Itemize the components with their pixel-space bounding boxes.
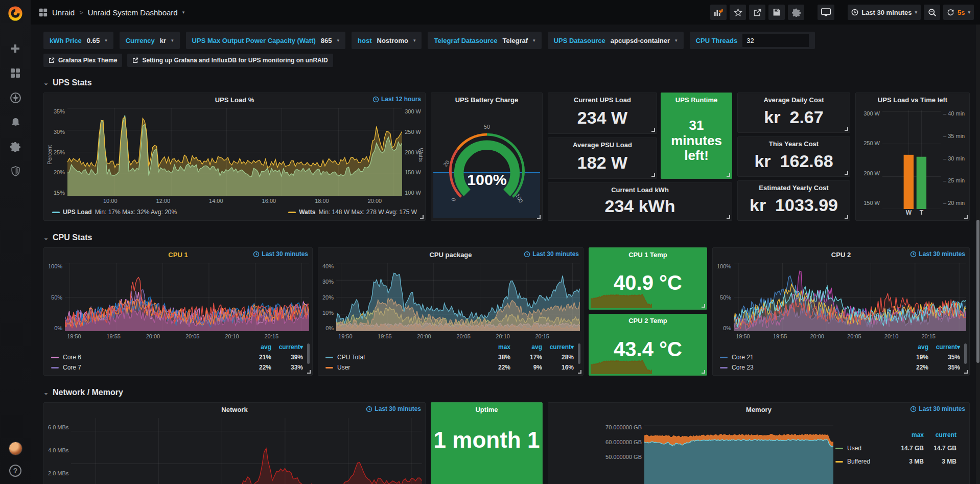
panel-title[interactable]: CPU 2 Temp [628, 317, 667, 325]
panel-title[interactable]: Network [221, 406, 247, 413]
legend-col-header-sorted[interactable]: current▾ [928, 343, 960, 351]
panel-ups-runtime[interactable]: UPS Runtime 31 minutes left! [661, 93, 732, 179]
time-range-picker[interactable]: Last 30 minutes ▾ [848, 5, 921, 20]
cpu1-chart[interactable] [65, 263, 309, 331]
grafana-logo-icon[interactable] [7, 5, 24, 22]
breadcrumb[interactable]: Unraid > Unraid System Dashboard ▾ [39, 8, 184, 17]
variable-currency[interactable]: Currencykr▾ [120, 32, 180, 49]
server-admin-icon[interactable] [10, 166, 21, 177]
panel-time-override[interactable]: Last 30 minutes [253, 250, 308, 258]
legend-col-header[interactable]: avg [897, 343, 928, 351]
legend-scrollbar[interactable] [307, 343, 310, 364]
panel-average-psu-load[interactable]: Average PSU Load 182 W [548, 137, 657, 179]
panel-title[interactable]: Average Daily Cost [763, 96, 824, 104]
network-chart[interactable] [71, 418, 422, 484]
panel-ups-load[interactable]: UPS Load % Last 12 hours Percent 35%30%2… [43, 93, 426, 221]
panel-title[interactable]: This Years Cost [769, 140, 819, 148]
share-button[interactable] [749, 5, 765, 20]
panel-time-override[interactable]: Last 12 hours [372, 96, 421, 103]
panel-cpu1[interactable]: CPU 1 Last 30 minutes 100%50%0% 19:5019:… [43, 247, 313, 376]
panel-title[interactable]: CPU package [429, 251, 472, 259]
legend-col-header[interactable]: max [891, 431, 924, 439]
panel-title[interactable]: UPS Load vs Time left [878, 96, 947, 104]
page-title[interactable]: Unraid System Dashboard [88, 8, 178, 17]
legend-row[interactable]: User22%9%16% [325, 364, 574, 371]
legend-col-header[interactable]: avg [510, 343, 542, 351]
legend-item[interactable]: UPS LoadMin: 17% Max: 32% Avg: 20% [52, 209, 177, 216]
panel-network[interactable]: Network Last 30 minutes 6.0 MBs4.0 MBs2.… [43, 402, 426, 484]
legend-row[interactable]: CPU Total38%17%28% [325, 354, 574, 361]
panel-ups-load-vs-time-left[interactable]: UPS Load vs Time left 300 W250 W200 W150… [855, 93, 970, 221]
panel-average-daily-cost[interactable]: Average Daily Cost kr2.67 [737, 93, 850, 133]
panel-cpu-package[interactable]: CPU package Last 30 minutes 40%30%20%10%… [318, 247, 584, 376]
panel-title[interactable]: Current UPS Load [574, 96, 631, 104]
page-scrollbar-thumb[interactable] [976, 220, 979, 363]
panel-this-years-cost[interactable]: This Years Cost kr162.68 [737, 136, 850, 177]
help-icon[interactable]: ? [9, 465, 21, 477]
legend-row[interactable]: Core 2119%35% [720, 354, 960, 361]
create-icon[interactable] [10, 43, 21, 54]
legend-scrollbar[interactable] [964, 343, 967, 364]
cpu-threads-input[interactable] [742, 34, 809, 47]
section-cpu-stats[interactable]: ⌄CPU Stats [43, 233, 970, 242]
panel-title[interactable]: Uptime [475, 406, 498, 413]
panel-cpu2-temp[interactable]: CPU 2 Temp 43.4 °C [589, 314, 707, 376]
panel-current-ups-load[interactable]: Current UPS Load 234 W [548, 93, 657, 134]
legend-item[interactable]: WattsMin: 148 W Max: 278 W Avg: 175 W [288, 209, 417, 216]
alerting-icon[interactable] [10, 117, 21, 128]
page-scrollbar[interactable] [976, 25, 980, 484]
panel-estimated-yearly-cost[interactable]: Estimated Yearly Cost kr1033.99 [737, 180, 850, 221]
panel-current-load-kwh[interactable]: Current Load kWh 234 kWh [548, 182, 732, 221]
panel-title[interactable]: CPU 1 [168, 251, 188, 259]
panel-uptime[interactable]: Uptime 1 month 1 [431, 402, 543, 484]
ups-load-chart[interactable] [67, 108, 402, 196]
variable-telegraf-datasource[interactable]: Telegraf DatasourceTelegraf▾ [428, 32, 541, 49]
variable-ups-datasource[interactable]: UPS Datasourceapcupsd-container▾ [548, 32, 684, 49]
dashboards-icon[interactable] [10, 67, 21, 79]
legend-row[interactable]: Used14.7 GB14.7 GB [835, 445, 956, 452]
link-ups-monitoring-guide[interactable]: Setting up Grafana and InfluxDB for UPS … [127, 54, 333, 67]
legend-row[interactable]: Core 2322%35% [720, 364, 960, 371]
legend-col-header[interactable]: current [924, 431, 956, 439]
legend-row[interactable]: Buffered3 MB3 MB [835, 458, 956, 465]
star-button[interactable] [730, 5, 746, 20]
breadcrumb-app[interactable]: Unraid [52, 8, 75, 17]
panel-title[interactable]: CPU 1 Temp [628, 251, 667, 259]
variable-host[interactable]: hostNostromo▾ [352, 32, 422, 49]
panel-title[interactable]: UPS Runtime [675, 96, 717, 104]
explore-icon[interactable] [10, 92, 21, 103]
add-panel-button[interactable] [710, 5, 727, 20]
panel-title[interactable]: UPS Battery Charge [455, 96, 519, 104]
load-vs-time-chart[interactable] [882, 110, 941, 209]
panel-title[interactable]: UPS Load % [215, 96, 254, 104]
legend-row[interactable]: Core 621%39% [51, 354, 303, 361]
panel-time-override[interactable]: Last 30 minutes [910, 250, 965, 258]
panel-cpu1-temp[interactable]: CPU 1 Temp 40.9 °C [589, 247, 707, 310]
save-button[interactable] [768, 5, 785, 20]
legend-row[interactable]: Core 722%33% [51, 364, 303, 371]
zoom-out-button[interactable] [924, 5, 940, 20]
panel-ups-battery-charge[interactable]: UPS Battery Charge 0 20 50 100 100% [431, 93, 543, 221]
section-network-memory[interactable]: ⌄Network / Memory [43, 388, 970, 397]
configuration-icon[interactable] [10, 141, 21, 152]
legend-scrollbar[interactable] [578, 343, 580, 364]
cpu-package-chart[interactable] [336, 263, 580, 331]
panel-cpu2[interactable]: CPU 2 Last 30 minutes 100%50%0% 19:5019:… [712, 247, 970, 376]
panel-time-override[interactable]: Last 30 minutes [910, 405, 965, 412]
refresh-picker[interactable]: 5s ▾ [943, 5, 974, 20]
section-ups-stats[interactable]: ⌄UPS Stats [43, 78, 970, 87]
link-grafana-plex-theme[interactable]: Grafana Plex Theme [43, 54, 122, 67]
panel-title[interactable]: Memory [746, 406, 772, 413]
panel-title[interactable]: Current Load kWh [611, 186, 669, 194]
variable-ups-max-output[interactable]: UPS Max Output Power Capacity (Watt)865▾ [186, 32, 345, 49]
legend-col-header-sorted[interactable]: current▾ [542, 343, 574, 351]
panel-title[interactable]: CPU 2 [831, 251, 851, 259]
cpu2-chart[interactable] [734, 263, 966, 331]
user-avatar[interactable] [9, 442, 22, 455]
cycle-view-button[interactable] [818, 5, 834, 20]
panel-time-override[interactable]: Last 30 minutes [524, 250, 579, 258]
panel-title[interactable]: Estimated Yearly Cost [759, 184, 828, 192]
panel-title[interactable]: Average PSU Load [573, 141, 632, 149]
variable-kwh-price[interactable]: kWh Price0.65▾ [43, 32, 113, 49]
settings-button[interactable] [788, 5, 804, 20]
